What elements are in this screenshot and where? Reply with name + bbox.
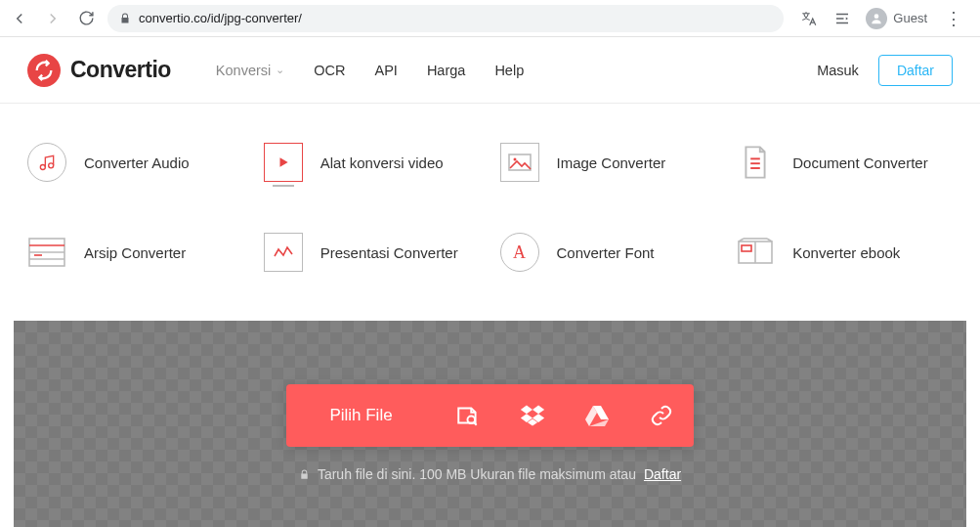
category-document-label: Document Converter	[792, 154, 927, 171]
source-url-button[interactable]	[629, 384, 694, 447]
lock-small-icon	[299, 469, 310, 480]
svg-marker-6	[279, 157, 287, 166]
category-archive-label: Arsip Converter	[84, 244, 186, 261]
profile-label: Guest	[893, 11, 927, 25]
forward-button[interactable]	[41, 7, 64, 30]
url-text: convertio.co/id/jpg-converter/	[139, 11, 302, 25]
source-device-button[interactable]	[436, 384, 500, 447]
chevron-down-icon: ⌄	[276, 64, 284, 76]
file-picker-row: Pilih File	[286, 384, 693, 447]
brand-logo[interactable]: Convertio	[27, 54, 171, 87]
profile-chip[interactable]: Guest	[866, 8, 927, 29]
category-video-label: Alat konversi video	[320, 154, 444, 171]
category-image-label: Image Converter	[557, 154, 666, 171]
choose-file-button[interactable]: Pilih File	[286, 384, 435, 447]
nav-api[interactable]: API	[375, 63, 398, 78]
svg-point-4	[40, 165, 45, 170]
konversi-dropdown: Converter Audio Alat konversi video Imag…	[0, 104, 980, 321]
presentation-icon	[264, 233, 303, 272]
header-right: Masuk Daftar	[817, 55, 953, 86]
reader-icon[interactable]	[832, 9, 852, 28]
svg-point-3	[874, 14, 879, 19]
site-header: Convertio Konversi ⌄ OCR API Harga Help …	[0, 37, 980, 104]
address-bar[interactable]: convertio.co/id/jpg-converter/	[107, 5, 784, 32]
drop-caption-text: Taruh file di sini. 100 MB Ukuran file m…	[318, 466, 636, 482]
avatar-icon	[866, 8, 887, 29]
browser-right-controls: Guest ⋮	[793, 8, 972, 29]
translate-icon[interactable]	[799, 9, 819, 28]
back-button[interactable]	[8, 7, 31, 30]
source-dropbox-button[interactable]	[500, 384, 565, 447]
category-presentation[interactable]: Presentasi Converter	[264, 233, 481, 272]
nav-harga[interactable]: Harga	[427, 63, 466, 78]
svg-marker-26	[533, 406, 544, 415]
nav-help[interactable]: Help	[494, 63, 524, 78]
category-font[interactable]: A Converter Font	[500, 233, 717, 272]
font-icon: A	[500, 233, 539, 272]
source-gdrive-button[interactable]	[565, 384, 629, 447]
category-video[interactable]: Alat konversi video	[264, 143, 481, 182]
document-icon	[736, 143, 775, 182]
audio-icon	[27, 143, 66, 182]
nav-konversi[interactable]: Konversi ⌄	[216, 63, 284, 78]
svg-point-5	[49, 163, 54, 168]
nav-konversi-label: Konversi	[216, 63, 271, 78]
logo-mark-icon	[27, 54, 61, 87]
browser-menu-button[interactable]: ⋮	[941, 8, 966, 29]
category-archive[interactable]: Arsip Converter	[27, 233, 244, 272]
lock-icon	[119, 13, 131, 24]
reload-button[interactable]	[74, 7, 98, 30]
browser-toolbar: convertio.co/id/jpg-converter/ Guest ⋮	[0, 0, 980, 37]
brand-name: Convertio	[70, 57, 171, 83]
drop-caption-signup-link[interactable]: Daftar	[644, 466, 681, 482]
archive-icon	[27, 233, 66, 272]
file-drop-zone[interactable]: Pilih File Taruh file di sini. 100 MB Uk…	[14, 321, 966, 527]
svg-rect-7	[509, 154, 531, 170]
category-presentation-label: Presentasi Converter	[320, 244, 458, 261]
category-ebook-label: Konverter ebook	[792, 244, 900, 261]
category-image[interactable]: Image Converter	[500, 143, 717, 182]
category-font-label: Converter Font	[557, 244, 655, 261]
svg-marker-25	[520, 406, 532, 415]
ebook-icon	[736, 233, 775, 272]
main-nav: Konversi ⌄ OCR API Harga Help	[216, 63, 524, 78]
signup-button[interactable]: Daftar	[878, 55, 953, 86]
category-ebook[interactable]: Konverter ebook	[736, 233, 953, 272]
svg-point-8	[513, 158, 516, 161]
image-icon	[500, 143, 539, 182]
category-audio[interactable]: Converter Audio	[27, 143, 244, 182]
nav-ocr[interactable]: OCR	[314, 63, 345, 78]
category-audio-label: Converter Audio	[84, 154, 190, 171]
category-document[interactable]: Document Converter	[736, 143, 953, 182]
video-icon	[264, 143, 303, 182]
drop-caption: Taruh file di sini. 100 MB Ukuran file m…	[299, 466, 681, 482]
login-link[interactable]: Masuk	[817, 63, 859, 78]
svg-rect-19	[742, 245, 751, 251]
